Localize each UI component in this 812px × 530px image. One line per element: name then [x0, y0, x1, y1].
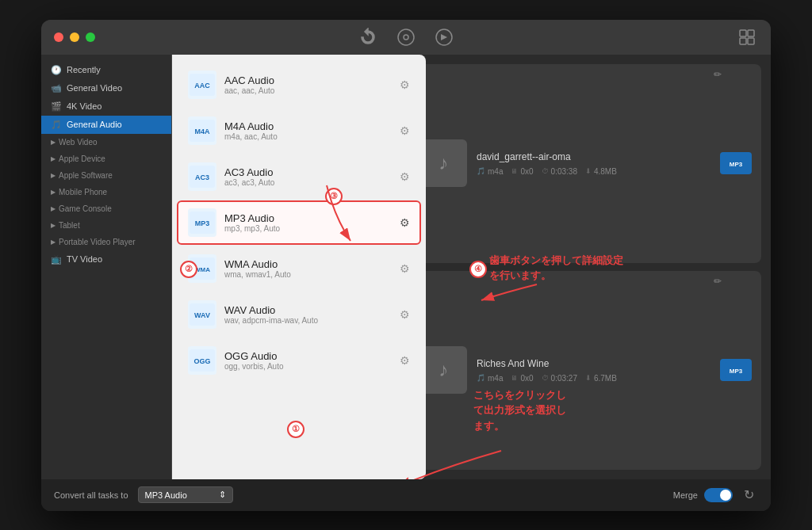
svg-text:MP3: MP3 — [730, 368, 743, 375]
minimize-button[interactable] — [70, 32, 79, 42]
svg-point-0 — [398, 29, 414, 45]
sidebar-item-tv-video[interactable]: 📺 TV Video — [41, 250, 171, 269]
svg-text:MP3: MP3 — [195, 219, 210, 227]
sidebar-item-recently[interactable]: 🕐 Recently — [41, 61, 171, 79]
aac-gear-icon[interactable]: ⚙ — [400, 78, 410, 91]
format-item-text-mp3: MP3 Audio mp3, mp3, Auto — [224, 212, 392, 233]
merge-toggle[interactable] — [704, 488, 733, 502]
tv-video-icon: 📺 — [51, 254, 62, 265]
sidebar-item-mobile-phone[interactable]: ▶ Mobile Phone — [41, 184, 171, 200]
format-meta-2: 🎵 m4a — [477, 167, 503, 176]
media-card-4: ♪ Riches And Wine 🎵 m4a 🖥 0x0 — [410, 271, 761, 470]
sidebar: 🕐 Recently 📹 General Video 🎬 4K Video 🎵 … — [41, 55, 172, 479]
svg-point-1 — [404, 35, 408, 40]
maximize-button[interactable] — [86, 32, 95, 42]
media-thumb-4: ♪ — [419, 346, 467, 394]
format-item-ac3[interactable]: AC3 AC3 Audio ac3, ac3, Auto ⚙ — [177, 154, 421, 199]
media-meta-2: 🎵 m4a 🖥 0x0 ⏱ 0:03:38 ⬇ — [477, 167, 752, 176]
resolution-meta-2: 🖥 0x0 — [511, 167, 533, 176]
format-selector-dropdown[interactable]: MP3 Audio ⇕ — [138, 486, 233, 503]
sidebar-item-apple-device[interactable]: ▶ Apple Device — [41, 151, 171, 167]
sidebar-item-web-video[interactable]: ▶ Web Video — [41, 134, 171, 151]
sidebar-item-apple-software[interactable]: ▶ Apple Software — [41, 167, 171, 184]
output-format-badge-2[interactable]: MP3 — [720, 152, 752, 174]
edit-icon-4[interactable]: ✏ — [714, 276, 722, 287]
refresh-button[interactable]: ↻ — [739, 486, 758, 505]
recently-icon: 🕐 — [51, 65, 62, 75]
sidebar-item-game-console[interactable]: ▶ Game Console — [41, 200, 171, 217]
format-item-wav[interactable]: WAV WAV Audio wav, adpcm-ima-wav, Auto ⚙ — [177, 292, 421, 337]
sidebar-item-tablet[interactable]: ▶ Tablet — [41, 217, 171, 234]
media-title-4: Riches And Wine — [477, 358, 752, 369]
chevron-down-icon: ⇕ — [219, 490, 226, 500]
media-thumb-2: ♪ — [419, 139, 467, 187]
sidebar-item-portable-player[interactable]: ▶ Portable Video Player — [41, 234, 171, 250]
mp3-icon-2: MP3 — [725, 155, 747, 171]
format-list: AAC AAC Audio aac, aac, Auto ⚙ — [172, 55, 426, 479]
overlay-panel: 🕐 Recently 📹 General Video 🎬 4K Video 🎵 … — [41, 55, 426, 479]
sidebar-item-4k-video[interactable]: 🎬 4K Video — [41, 97, 171, 116]
media-title-2: david_garrett--air-oma — [477, 151, 752, 162]
general-video-icon: 📹 — [51, 83, 62, 93]
format-item-text-aac: AAC Audio aac, aac, Auto — [224, 74, 392, 95]
media-meta-4: 🎵 m4a 🖥 0x0 ⏱ 0:03:27 ⬇ — [477, 374, 752, 383]
format-item-wma[interactable]: WMA WMA Audio wma, wmav1, Auto ⚙ — [177, 246, 421, 291]
svg-text:AC3: AC3 — [195, 173, 209, 181]
svg-text:WMA: WMA — [194, 266, 210, 273]
sidebar-item-general-audio[interactable]: 🎵 General Audio — [41, 116, 171, 134]
titlebar — [41, 20, 771, 55]
format-item-text-ac3: AC3 Audio ac3, ac3, Auto — [224, 166, 392, 187]
format-item-mp3[interactable]: MP3 MP3 Audio mp3, mp3, Auto ⚙ — [177, 200, 421, 245]
media-info-4: Riches And Wine 🎵 m4a 🖥 0x0 ⏱ 0:03:27 — [477, 358, 752, 383]
ac3-icon: AC3 — [188, 162, 216, 191]
merge-label: Merge — [673, 490, 698, 500]
wav-gear-icon[interactable]: ⚙ — [400, 308, 410, 321]
svg-rect-4 — [748, 30, 754, 36]
wma-gear-icon[interactable]: ⚙ — [400, 262, 410, 275]
format-meta-4: 🎵 m4a — [477, 374, 503, 383]
main-content: ♪ Without You (feat. Usher) 🎵 m4a 🖥 0x0 — [41, 55, 771, 479]
duration-meta-2: ⏱ 0:03:38 — [542, 167, 577, 176]
format-item-ogg[interactable]: OGG OGG Audio ogg, vorbis, Auto ⚙ — [177, 338, 421, 383]
close-button[interactable] — [54, 32, 63, 42]
mp3-gear-icon[interactable]: ⚙ — [400, 216, 410, 229]
format-panel: AAC AAC Audio aac, aac, Auto ⚙ — [172, 55, 426, 479]
svg-rect-3 — [740, 30, 746, 36]
traffic-lights — [54, 32, 95, 42]
ogg-gear-icon[interactable]: ⚙ — [400, 354, 410, 367]
format-item-text-wav: WAV Audio wav, adpcm-ima-wav, Auto — [224, 304, 392, 325]
m4a-gear-icon[interactable]: ⚙ — [400, 124, 410, 137]
titlebar-icons — [357, 26, 455, 48]
music-note-icon-4: ♪ — [439, 359, 448, 381]
output-format-badge-4[interactable]: MP3 — [720, 359, 752, 381]
general-audio-icon: 🎵 — [51, 120, 62, 130]
disc-icon[interactable] — [395, 26, 417, 48]
titlebar-right — [736, 26, 758, 48]
format-item-text-wma: WMA Audio wma, wmav1, Auto — [224, 258, 392, 279]
svg-rect-6 — [748, 38, 754, 44]
wma-icon: WMA — [188, 254, 216, 283]
rotate-icon[interactable] — [357, 26, 379, 48]
video-icon[interactable] — [433, 26, 455, 48]
resolution-meta-4: 🖥 0x0 — [511, 374, 533, 383]
convert-label: Convert all tasks to — [54, 490, 128, 500]
grid-icon[interactable] — [736, 26, 758, 48]
svg-text:MP3: MP3 — [730, 161, 743, 168]
merge-section: Merge ↻ — [673, 486, 758, 505]
music-note-icon-2: ♪ — [439, 152, 448, 174]
ogg-icon: OGG — [188, 346, 216, 375]
media-card-2: ♪ david_garrett--air-oma 🎵 m4a 🖥 0x0 — [410, 64, 761, 263]
format-item-text-ogg: OGG Audio ogg, vorbis, Auto — [224, 350, 392, 371]
ac3-gear-icon[interactable]: ⚙ — [400, 170, 410, 183]
svg-text:M4A: M4A — [194, 128, 210, 135]
edit-icon-2[interactable]: ✏ — [714, 69, 722, 80]
format-item-aac[interactable]: AAC AAC Audio aac, aac, Auto ⚙ — [177, 63, 421, 107]
wav-icon: WAV — [188, 300, 216, 329]
format-item-m4a[interactable]: M4A M4A Audio m4a, aac, Auto ⚙ — [177, 109, 421, 153]
sidebar-item-general-video[interactable]: 📹 General Video — [41, 79, 171, 97]
format-item-text-m4a: M4A Audio m4a, aac, Auto — [224, 120, 392, 141]
duration-meta-4: ⏱ 0:03:27 — [542, 374, 577, 383]
svg-text:OGG: OGG — [193, 357, 210, 365]
svg-rect-5 — [740, 38, 746, 44]
4k-video-icon: 🎬 — [51, 101, 62, 112]
